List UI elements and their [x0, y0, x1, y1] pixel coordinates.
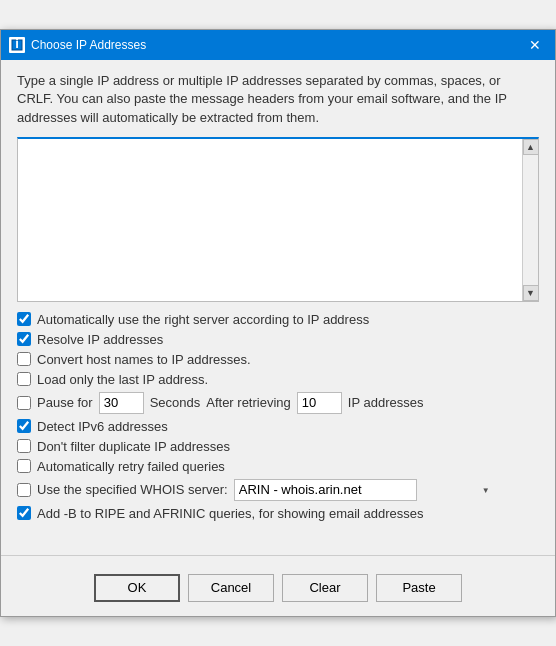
add-b-ripe-label: Add -B to RIPE and AFRINIC queries, for … [37, 506, 424, 521]
title-bar: i Choose IP Addresses ✕ [1, 30, 555, 60]
options-list: Automatically use the right server accor… [17, 312, 539, 521]
ip-addresses-label: IP addresses [348, 395, 424, 410]
description-text: Type a single IP address or multiple IP … [17, 72, 539, 127]
pause-row: Pause for Seconds After retrieving IP ad… [17, 392, 539, 414]
add-b-ripe-checkbox[interactable] [17, 506, 31, 520]
svg-text:i: i [15, 39, 19, 51]
scrollbar: ▲ ▼ [522, 139, 538, 301]
whois-server-select[interactable]: ARIN - whois.arin.net RIPE - whois.ripe.… [234, 479, 417, 501]
cancel-button[interactable]: Cancel [188, 574, 274, 602]
detect-ipv6-checkbox[interactable] [17, 419, 31, 433]
option-row-convert: Convert host names to IP addresses. [17, 352, 539, 367]
convert-hosts-checkbox[interactable] [17, 352, 31, 366]
clear-button[interactable]: Clear [282, 574, 368, 602]
ip-textarea-container: ▲ ▼ [17, 137, 539, 302]
scroll-down-arrow[interactable]: ▼ [523, 285, 539, 301]
after-value-input[interactable] [297, 392, 342, 414]
resolve-ip-checkbox[interactable] [17, 332, 31, 346]
retry-failed-checkbox[interactable] [17, 459, 31, 473]
title-bar-left: i Choose IP Addresses [9, 37, 146, 53]
pause-label: Pause for [37, 395, 93, 410]
option-row-last-ip: Load only the last IP address. [17, 372, 539, 387]
no-duplicate-label: Don't filter duplicate IP addresses [37, 439, 230, 454]
option-row-retry: Automatically retry failed queries [17, 459, 539, 474]
paste-button[interactable]: Paste [376, 574, 462, 602]
option-row-resolve: Resolve IP addresses [17, 332, 539, 347]
pause-seconds-input[interactable] [99, 392, 144, 414]
detect-ipv6-label: Detect IPv6 addresses [37, 419, 168, 434]
whois-select-wrapper: ARIN - whois.arin.net RIPE - whois.ripe.… [234, 479, 494, 501]
whois-row: Use the specified WHOIS server: ARIN - w… [17, 479, 539, 501]
auto-server-checkbox[interactable] [17, 312, 31, 326]
option-row-auto-server: Automatically use the right server accor… [17, 312, 539, 327]
option-row-add-b: Add -B to RIPE and AFRINIC queries, for … [17, 506, 539, 521]
auto-server-label: Automatically use the right server accor… [37, 312, 369, 327]
whois-label: Use the specified WHOIS server: [37, 482, 228, 497]
divider [1, 555, 555, 556]
retry-failed-label: Automatically retry failed queries [37, 459, 225, 474]
dialog-title: Choose IP Addresses [31, 38, 146, 52]
seconds-label: Seconds [150, 395, 201, 410]
no-duplicate-checkbox[interactable] [17, 439, 31, 453]
option-row-no-duplicate: Don't filter duplicate IP addresses [17, 439, 539, 454]
scroll-track [523, 155, 538, 285]
ip-textarea[interactable] [18, 139, 522, 301]
dialog-icon: i [9, 37, 25, 53]
option-row-detect-ipv6: Detect IPv6 addresses [17, 419, 539, 434]
button-row: OK Cancel Clear Paste [1, 566, 555, 616]
after-retrieving-label: After retrieving [206, 395, 291, 410]
resolve-ip-label: Resolve IP addresses [37, 332, 163, 347]
ok-button[interactable]: OK [94, 574, 180, 602]
choose-ip-dialog: i Choose IP Addresses ✕ Type a single IP… [0, 29, 556, 617]
convert-hosts-label: Convert host names to IP addresses. [37, 352, 251, 367]
last-ip-checkbox[interactable] [17, 372, 31, 386]
scroll-up-arrow[interactable]: ▲ [523, 139, 539, 155]
pause-checkbox[interactable] [17, 396, 31, 410]
close-button[interactable]: ✕ [523, 35, 547, 55]
whois-checkbox[interactable] [17, 483, 31, 497]
dialog-content: Type a single IP address or multiple IP … [1, 60, 555, 545]
last-ip-label: Load only the last IP address. [37, 372, 208, 387]
